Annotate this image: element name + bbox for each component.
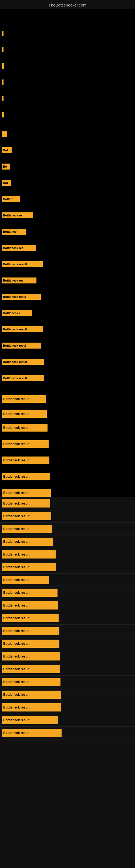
result-bar-label-16: Bottleneck result (2, 691, 61, 699)
bar-row-17: Bottleneck resul (2, 294, 41, 300)
result-bar: Bottleneck result (2, 440, 49, 448)
bar-row-2 (2, 47, 3, 52)
bar-row-7 (2, 131, 7, 137)
bar-row-5 (2, 96, 3, 101)
bar-row-3 (2, 63, 4, 69)
bottleneck-result-row-7: Bottleneck result (2, 489, 51, 497)
result-bar-label-14: Bottleneck result (2, 665, 60, 673)
result-bar-label-19: Bottleneck result (2, 729, 61, 737)
bar-row-4 (2, 80, 3, 85)
bar-row-22: Bottleneck result (2, 375, 44, 381)
result-bar-label-11: Bottleneck result (2, 627, 59, 635)
bottleneck-result-row-4: Bottleneck result (2, 440, 49, 448)
result-bar-label-1: Bottleneck result (2, 499, 50, 507)
result-bar: Bottleneck result (2, 424, 48, 432)
result-section-row-12: Bottleneck result (0, 638, 135, 650)
result-section-row-5: Bottleneck result (0, 548, 135, 561)
bar (2, 63, 4, 69)
result-section-row-7: Bottleneck result (0, 574, 135, 586)
bar: Bottleneck resul (2, 294, 41, 300)
bar: Bo (2, 163, 10, 169)
bar (2, 80, 3, 85)
bar: Bottleneck result (2, 261, 43, 267)
result-section-row-16: Bottleneck result (0, 688, 135, 701)
result-section-row-14: Bottleneck result (0, 663, 135, 676)
bar: Bot (2, 180, 11, 186)
bottleneck-result-row-2: Bottleneck result (2, 409, 47, 419)
bar-row-6 (2, 112, 4, 118)
bar: Bottlen (2, 196, 20, 202)
bar: Bottleneck res (2, 245, 36, 251)
bar-row-9: Bo (2, 163, 10, 169)
page-wrapper: TheBottlenecker.com Bot Bo (0, 0, 135, 868)
bar (2, 96, 3, 101)
bar-row-20: Bottleneck resul (2, 343, 41, 348)
result-bar-label-9: Bottleneck result (2, 601, 58, 610)
result-section-row-9: Bottleneck result (0, 599, 135, 612)
result-bar-label-13: Bottleneck result (2, 652, 60, 660)
result-bar-label-4: Bottleneck result (2, 538, 53, 546)
bar-row-18: Bottleneck r (2, 310, 32, 316)
bar (2, 131, 7, 137)
result-section-row-18: Bottleneck result (0, 714, 135, 727)
result-section-row-17: Bottleneck result (0, 701, 135, 714)
result-bar-label-3: Bottleneck result (2, 525, 52, 533)
result-bar-label-17: Bottleneck result (2, 703, 61, 712)
result-bar: Bottleneck result (2, 395, 46, 403)
bar-row-14: Bottleneck res (2, 245, 36, 251)
result-bar: Bottleneck result (2, 457, 49, 464)
site-title: TheBottlenecker.com (0, 0, 135, 9)
result-section-row-6: Bottleneck result (0, 561, 135, 574)
result-bar-label-18: Bottleneck result (2, 716, 58, 724)
bar-row-15: Bottleneck result (2, 261, 43, 267)
result-bar-label-10: Bottleneck result (2, 614, 58, 622)
result-section-row-2: Bottleneck result (0, 510, 135, 523)
bar: Bottleneck res (2, 278, 37, 283)
bar-row-8: Bot (2, 147, 12, 153)
bar-row-11: Bottlen (2, 196, 20, 202)
result-section-row-15: Bottleneck result (0, 676, 135, 688)
bar (2, 47, 3, 52)
result-bar: Bottleneck result (2, 410, 47, 418)
result-section-row-11: Bottleneck result (0, 625, 135, 638)
bottleneck-result-row-3: Bottleneck result (2, 424, 48, 432)
bar-row-19: Bottleneck result (2, 326, 43, 332)
result-section-row-4: Bottleneck result (0, 535, 135, 548)
bar-row-13: Bottlenec (2, 229, 26, 235)
result-bar: Bottleneck result (2, 489, 51, 497)
result-bar-label-15: Bottleneck result (2, 678, 60, 686)
bar: Bottleneck result (2, 326, 43, 332)
bar-row-16: Bottleneck res (2, 278, 37, 283)
result-bar: Bottleneck result (2, 473, 50, 480)
result-bar-label-5: Bottleneck result (2, 550, 56, 558)
result-section-row-8: Bottleneck result (0, 586, 135, 599)
result-bar-label-8: Bottleneck result (2, 589, 57, 597)
result-section-row-19: Bottleneck result (0, 727, 135, 739)
bar-row-21: Bottleneck result (2, 359, 44, 365)
bar: Bottleneck re (2, 212, 33, 218)
result-bar-label-7: Bottleneck result (2, 576, 49, 584)
bar (2, 112, 4, 118)
result-bar-label-12: Bottleneck result (2, 640, 59, 648)
bar-row-10: Bot (2, 180, 11, 186)
chart-area: Bot Bo Bot Bottlen Bottleneck re Bottlen… (0, 9, 135, 497)
bar: Bottleneck r (2, 310, 32, 316)
result-section-row-13: Bottleneck result (0, 650, 135, 663)
bar-row-1 (2, 31, 3, 36)
bar (2, 31, 3, 36)
result-section-row-3: Bottleneck result (0, 523, 135, 535)
result-bar-label-2: Bottleneck result (2, 512, 51, 520)
bottleneck-result-row-6: Bottleneck result (2, 473, 50, 480)
bottleneck-result-row-5: Bottleneck result (2, 457, 49, 464)
result-bar-label-6: Bottleneck result (2, 563, 56, 571)
bar: Bottleneck result (2, 359, 44, 365)
bar: Bottlenec (2, 229, 26, 235)
bar-row-12: Bottleneck re (2, 212, 33, 218)
result-section-row-1: Bottleneck result (0, 497, 135, 510)
result-section-row-10: Bottleneck result (0, 612, 135, 625)
bar: Bottleneck result (2, 375, 44, 381)
bar: Bottleneck resul (2, 343, 41, 348)
bottleneck-result-row-1: Bottleneck result (2, 394, 46, 404)
results-section: Bottleneck result Bottleneck result Bott… (0, 497, 135, 739)
bar: Bot (2, 147, 12, 153)
